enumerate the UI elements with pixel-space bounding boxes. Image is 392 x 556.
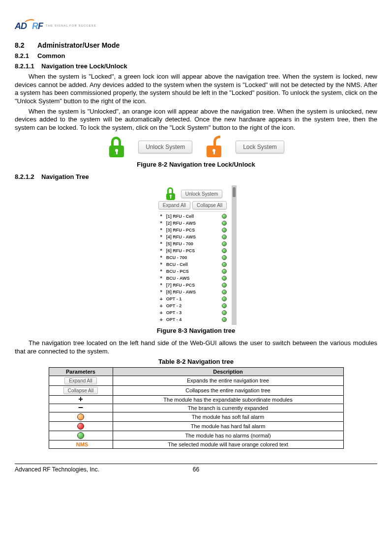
tree-item-label: [3] RFU - PCS	[164, 228, 219, 233]
para-tree-desc: The navigation tree located on the left …	[15, 339, 377, 355]
table-row: Collapse AllCollapses the entire navigat…	[49, 385, 343, 395]
tree-item[interactable]: +OPT - 1	[158, 295, 227, 302]
table-8-2-caption: Table 8-2 Navigation tree	[15, 358, 377, 365]
tree-expand-icon[interactable]: *	[158, 234, 164, 240]
tree-expand-icon[interactable]: *	[158, 255, 164, 261]
tree-expand-icon[interactable]: +	[158, 303, 164, 309]
table-row: Expand AllExpands the entire navigation …	[49, 376, 343, 385]
expand-all-button[interactable]: Expand All	[158, 201, 190, 209]
tree-item-label: BCU - 700	[164, 255, 219, 260]
status-dot-icon	[222, 296, 227, 301]
status-dot-icon	[222, 269, 227, 274]
page-footer: Advanced RF Technologies, Inc. 66	[15, 464, 377, 473]
tree-expand-icon[interactable]: *	[158, 213, 164, 219]
desc-cell: The branch is currently expanded	[113, 404, 343, 412]
param-cell: Expand All	[49, 376, 113, 385]
tree-item-label: [6] RFU - PCS	[164, 248, 219, 253]
tree-item-label: OPT - 4	[164, 317, 219, 322]
th-description: Description	[113, 367, 343, 376]
status-dot-icon	[222, 241, 227, 246]
tree-expand-icon[interactable]: *	[158, 241, 164, 247]
tree-item[interactable]: *[8] RFU - AWS	[158, 289, 227, 295]
table-row: NMSThe selected module will have orange …	[49, 440, 343, 448]
tree-item[interactable]: *[2] RFU - AWS	[158, 220, 227, 227]
desc-cell: The module has soft fail alarm	[113, 412, 343, 421]
status-dot-icon	[222, 276, 227, 281]
tree-item[interactable]: *BCU - Cell	[158, 261, 227, 268]
tree-expand-icon[interactable]: *	[158, 275, 164, 281]
param-cell: Collapse All	[49, 385, 113, 395]
status-dot-icon	[222, 228, 227, 233]
param-button[interactable]: Collapse All	[63, 387, 98, 394]
status-red-icon	[77, 423, 84, 430]
tree-expand-icon[interactable]: *	[158, 248, 164, 254]
tree-item[interactable]: *[7] RFU - PCS	[158, 282, 227, 289]
tree-item[interactable]: *[6] RFU - PCS	[158, 247, 227, 254]
figure-8-3: Unlock System Expand All Collapse All *[…	[15, 185, 377, 334]
tree-expand-icon[interactable]: +	[158, 310, 164, 316]
desc-cell: The module has no alarms (normal)	[113, 431, 343, 440]
lock-closed-icon	[108, 137, 125, 157]
desc-cell: The selected module will have orange col…	[113, 440, 343, 448]
tree-expand-icon[interactable]: *	[158, 227, 164, 233]
tree-item[interactable]: *[1] RFU - Cell	[158, 213, 227, 220]
status-dot-icon	[222, 214, 227, 219]
tree-item[interactable]: *BCU - 700	[158, 254, 227, 261]
tree-unlock-button[interactable]: Unlock System	[181, 190, 223, 198]
tree-item-label: BCU - Cell	[164, 262, 219, 267]
navigation-tree-panel: Unlock System Expand All Collapse All *[…	[155, 185, 237, 325]
tree-expand-icon[interactable]: *	[158, 289, 164, 295]
tree-expand-icon[interactable]: *	[158, 262, 164, 267]
brand-logo: AD⁀RF THE SIGNAL FOR SUCCESS	[15, 20, 377, 31]
tree-item[interactable]: +OPT - 2	[158, 302, 227, 309]
status-dot-icon	[222, 317, 227, 322]
tree-expand-icon[interactable]: +	[158, 296, 164, 302]
tree-item[interactable]: *[5] RFU - 700	[158, 240, 227, 247]
tree-item-label: OPT - 3	[164, 310, 219, 315]
tree-item-label: [4] RFU - AWS	[164, 234, 219, 239]
collapse-all-button[interactable]: Collapse All	[192, 201, 227, 209]
desc-cell: The module has hard fail alarm	[113, 421, 343, 431]
tree-item-label: [1] RFU - Cell	[164, 214, 219, 219]
logo-tagline: THE SIGNAL FOR SUCCESS	[46, 24, 96, 27]
param-cell: –	[49, 404, 113, 412]
status-orange-icon	[77, 413, 84, 420]
tree-item[interactable]: +OPT - 4	[158, 316, 227, 323]
footer-page: 66	[136, 466, 257, 473]
desc-cell: Expands the entire navigation tree	[113, 376, 343, 385]
tree-expand-icon[interactable]: *	[158, 268, 164, 274]
minus-icon: –	[78, 402, 83, 412]
table-row: The module has no alarms (normal)	[49, 431, 343, 440]
lock-system-button[interactable]: Lock System	[236, 141, 284, 153]
tree-list: *[1] RFU - Cell*[2] RFU - AWS*[3] RFU - …	[158, 211, 227, 323]
unlock-system-button[interactable]: Unlock System	[138, 141, 192, 153]
status-dot-icon	[222, 221, 227, 226]
status-dot-icon	[222, 290, 227, 294]
th-parameters: Parameters	[49, 367, 113, 376]
navigation-tree-table: Parameters Description Expand AllExpands…	[49, 367, 344, 449]
tree-item-label: [8] RFU - AWS	[164, 290, 219, 294]
para-unlocked: When the system is "Unlocked", an orange…	[15, 108, 377, 132]
lock-open-icon	[205, 137, 223, 157]
heading-8-2-1: 8.2.1Common	[15, 52, 377, 59]
para-locked: When the system is "Locked", a green loc…	[15, 73, 377, 106]
tree-expand-icon[interactable]: *	[158, 220, 164, 226]
tree-item[interactable]: +OPT - 3	[158, 309, 227, 316]
heading-8-2-1-1: 8.2.1.1Navigation tree Lock/Unlock	[15, 62, 377, 70]
status-dot-icon	[222, 310, 227, 315]
tree-expand-icon[interactable]: *	[158, 282, 164, 288]
status-dot-icon	[222, 234, 227, 239]
param-button[interactable]: Expand All	[64, 377, 96, 384]
table-row: The module has hard fail alarm	[49, 421, 343, 431]
logo-text: AD⁀RF	[15, 20, 43, 31]
desc-cell: Collapses the entire navigation tree	[113, 385, 343, 395]
tree-item[interactable]: *BCU - PCS	[158, 268, 227, 275]
heading-8-2-1-2: 8.2.1.2Navigation Tree	[15, 173, 377, 180]
status-dot-icon	[222, 248, 227, 253]
tree-item[interactable]: *BCU - AWS	[158, 275, 227, 282]
tree-item[interactable]: *[4] RFU - AWS	[158, 234, 227, 240]
status-dot-icon	[222, 255, 227, 260]
table-row: The module has soft fail alarm	[49, 412, 343, 421]
tree-expand-icon[interactable]: +	[158, 317, 164, 322]
tree-item[interactable]: *[3] RFU - PCS	[158, 227, 227, 234]
